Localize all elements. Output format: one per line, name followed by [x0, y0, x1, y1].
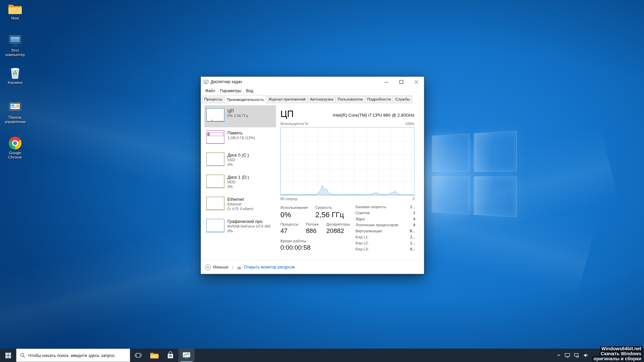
cpu-panel: ЦП Intel(R) Core(TM) i7 CPU 860 @ 2.80GH… [280, 105, 415, 260]
desktop-icon-label: Google Chrome [3, 151, 27, 160]
detail-row: Логических процессоров:8 [356, 222, 415, 228]
detail-row: Кэш L1:2... [356, 234, 415, 240]
tab-app-history[interactable]: Журнал приложений [266, 96, 308, 103]
graph-label-right: 100% [405, 122, 415, 126]
tab-services[interactable]: Службы [393, 96, 412, 103]
menu-bar: Файл Параметры Вид [201, 87, 424, 95]
watermark-line: оригиналы и сборки [592, 356, 643, 361]
stat-threads: Потоки 886 [306, 222, 318, 235]
start-button[interactable] [0, 349, 16, 362]
open-resource-monitor-link[interactable]: Открыть монитор ресурсов [237, 265, 295, 269]
task-view-icon [135, 352, 142, 358]
task-manager-taskbar-button[interactable] [178, 349, 195, 362]
tab-strip: Процессы Производительность Журнал прило… [201, 95, 424, 104]
desktop-icon-new-folder[interactable]: New [2, 3, 28, 20]
watermark: Windows64bit.net Скачать Windows оригина… [592, 346, 643, 361]
file-explorer-icon [150, 352, 159, 359]
disk1-thumbnail [206, 175, 224, 188]
desktop-icon-this-pc[interactable]: Этот компьютер [2, 35, 28, 57]
network-tray-icon[interactable] [574, 353, 580, 358]
window-title: Диспетчер задач [211, 79, 242, 84]
control-panel-icon [8, 102, 22, 114]
sidebar-item-cpu[interactable]: ЦП 0% 2,56 ГГц [204, 105, 276, 127]
store-icon [167, 351, 174, 359]
menu-view[interactable]: Вид [244, 88, 256, 93]
detail-row: Виртуализация:В... [356, 228, 415, 234]
tab-performance[interactable]: Производительность [224, 95, 267, 104]
display-tray-icon[interactable] [565, 353, 570, 358]
search-placeholder: Чтобы начать поиск, введите здесь запрос [28, 353, 115, 358]
desktop-icon-recycle-bin[interactable]: Корзина [2, 66, 28, 85]
menu-file[interactable]: Файл [203, 88, 218, 93]
stat-uptime: Время работы 0:00:00:58 [280, 239, 311, 251]
watermark-line: Скачать Windows [599, 351, 643, 356]
watermark-line: Windows64bit.net [600, 346, 643, 351]
taskbar: Чтобы начать поиск, введите здесь запрос [0, 349, 644, 362]
task-manager-app-icon [204, 79, 209, 84]
cpu-details: Базовая скорость:2... Сокетов:1 Ядра:4 Л… [356, 204, 415, 252]
file-explorer-button[interactable] [146, 349, 162, 362]
sidebar-item-memory[interactable]: Память 1,0/8,0 ГБ (12%) [204, 127, 276, 149]
chevron-up-circle-icon [205, 264, 211, 270]
volume-tray-icon[interactable] [583, 353, 589, 358]
cpu-usage-graph [280, 127, 415, 195]
menu-options[interactable]: Параметры [218, 88, 244, 93]
window-controls [379, 77, 424, 87]
detail-row: Кэш L3:8... [356, 246, 415, 252]
detail-row: Сокетов:1 [356, 210, 415, 216]
tab-details[interactable]: Подробности [365, 96, 393, 103]
stat-speed: Скорость 2,56 ГГц [315, 205, 344, 219]
cpu-thumbnail [206, 108, 224, 122]
close-icon [415, 80, 418, 84]
network-icon [574, 353, 580, 358]
detail-row: Кэш L2:1... [356, 240, 415, 246]
tab-startup[interactable]: Автозагрузка [308, 96, 336, 103]
detail-row: Базовая скорость:2... [356, 204, 415, 210]
computer-icon [8, 35, 22, 47]
sidebar-item-gpu[interactable]: Графический про NVIDIA GeForce GTX 660 0… [204, 216, 276, 238]
sidebar-item-ethernet[interactable]: Ethernet Ethernet О: 0 П: 0 кбит/с [204, 194, 276, 216]
tab-users[interactable]: Пользователи [335, 96, 365, 103]
window-footer: Меньше | Открыть монитор ресурсов [201, 260, 424, 274]
windows-logo-icon [5, 353, 11, 358]
display-icon [565, 353, 570, 358]
ethernet-thumbnail [206, 197, 224, 210]
stat-handles: Дескрипторы 20882 [326, 222, 350, 235]
desktop-icon-label: Корзина [8, 80, 22, 85]
sidebar-item-disk1[interactable]: Диск 1 (D:) HDD 0% [204, 172, 276, 194]
system-tray [557, 349, 589, 362]
cpu-model: Intel(R) Core(TM) i7 CPU 860 @ 2.80GHz [333, 113, 415, 119]
hidden-icons-chevron[interactable] [557, 353, 561, 357]
desktop-icon-control-panel[interactable]: Панель управления [2, 102, 28, 124]
graph-label-left: Используется % [280, 122, 308, 126]
sidebar-item-disk0[interactable]: Диск 0 (C:) SSD 0% [204, 149, 276, 172]
close-button[interactable] [409, 77, 424, 87]
desktop-icon-label: Панель управления [3, 115, 27, 124]
performance-sidebar: ЦП 0% 2,56 ГГц Память 1,0/8,0 ГБ (12%) [204, 105, 276, 238]
fewer-details-button[interactable]: Меньше [205, 264, 228, 270]
memory-thumbnail [206, 130, 224, 144]
recycle-bin-icon [9, 66, 21, 79]
minimize-icon [384, 80, 388, 84]
desktop-icon-label: New [11, 16, 19, 20]
footer-separator: | [232, 265, 233, 269]
desktop-icon-google-chrome[interactable]: Google Chrome [2, 137, 28, 160]
disk0-thumbnail [206, 153, 224, 166]
microsoft-store-button[interactable] [162, 349, 178, 362]
folder-icon [8, 3, 22, 15]
task-manager-icon [182, 351, 191, 359]
volume-icon [583, 353, 589, 358]
maximize-icon [399, 80, 403, 84]
maximize-button[interactable] [394, 77, 409, 87]
taskbar-search[interactable]: Чтобы начать поиск, введите здесь запрос [16, 349, 130, 362]
graph-label-bottom-left: 60 секунд [280, 197, 297, 201]
panel-title: ЦП [280, 109, 293, 119]
resource-monitor-icon [237, 265, 242, 269]
desktop-icon-label: Этот компьютер [3, 48, 27, 57]
title-bar[interactable]: Диспетчер задач [201, 77, 424, 87]
task-view-button[interactable] [130, 349, 146, 362]
tab-processes[interactable]: Процессы [202, 96, 225, 103]
search-icon [20, 353, 25, 358]
minimize-button[interactable] [379, 77, 394, 87]
stat-usage: Использование 0% [280, 205, 308, 219]
